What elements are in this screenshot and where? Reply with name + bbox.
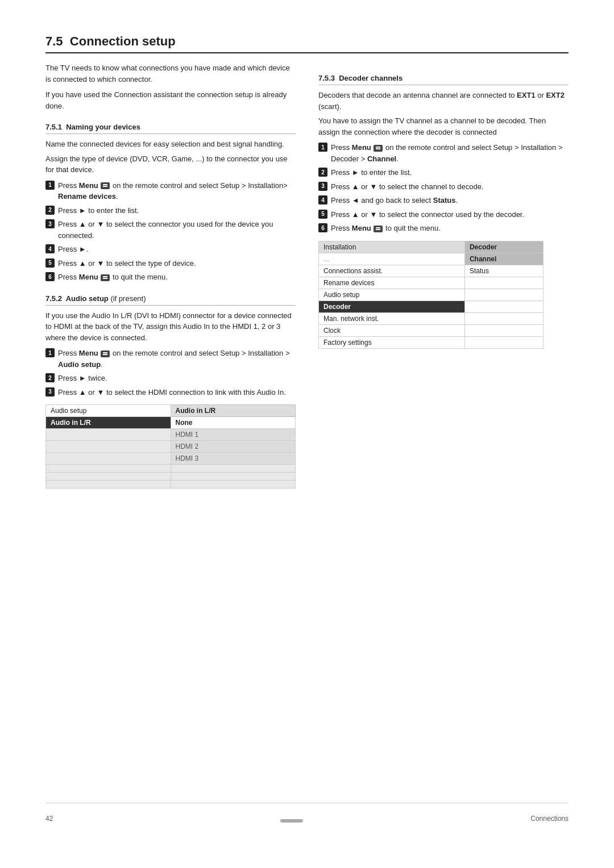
audio-row5-col1 [46, 465, 171, 473]
decoder-row2-col1: Connections assist. [319, 265, 465, 277]
page-number: 42 [45, 815, 53, 823]
page-footer: 42 Connections [45, 803, 569, 823]
step-num-753-2: 2 [318, 168, 327, 177]
right-column: 7.5.3 Decoder channels Decoders that dec… [318, 62, 569, 803]
decoder-row-1: ... Channel [319, 253, 544, 265]
subsection-751-title: 7.5.1 Naming your devices [45, 123, 296, 134]
751-steps: 1 Press Menu on the remote control and s… [45, 180, 296, 283]
audio-row3-col1 [46, 441, 171, 453]
audio-row7-col2 [171, 481, 296, 489]
step-text-753-3: Press ▲ or ▼ to select the channel to de… [331, 181, 569, 193]
step-753-2: 2 Press ► to enter the list. [318, 167, 569, 178]
decoder-row-4: Audio setup [319, 289, 544, 301]
step-text-753-1: Press Menu on the remote control and sel… [331, 142, 569, 164]
step-751-3: 3 Press ▲ or ▼ to select the connector y… [45, 219, 296, 241]
footer-bar [280, 819, 303, 823]
audio-table-row-6 [46, 473, 296, 481]
audio-col1-header: Audio setup [46, 405, 171, 417]
752-steps: 1 Press Menu on the remote control and s… [45, 348, 296, 398]
step-752-3: 3 Press ▲ or ▼ to select the HDMI connec… [45, 387, 296, 398]
step-text-751-3: Press ▲ or ▼ to select the connector you… [58, 219, 296, 241]
751-body2: Assign the type of device (DVD, VCR, Gam… [45, 153, 296, 176]
step-num-753-5: 5 [318, 210, 327, 219]
step-num-752-2: 2 [45, 373, 55, 382]
decoder-col2-header: Decoder [464, 241, 543, 253]
step-751-2: 2 Press ► to enter the list. [45, 205, 296, 216]
step-num-753-6: 6 [318, 223, 327, 232]
step-753-3: 3 Press ▲ or ▼ to select the channel to … [318, 181, 569, 193]
step-text-751-4: Press ►. [58, 244, 296, 255]
decoder-row2-col2: Status [464, 265, 543, 277]
audio-row4-col1 [46, 453, 171, 465]
step-text-753-6: Press Menu to quit the menu. [331, 223, 569, 234]
audio-table-header: Audio setup Audio in L/R [46, 405, 296, 417]
step-752-1: 1 Press Menu on the remote control and s… [45, 348, 296, 370]
decoder-header-row: Installation Decoder [319, 241, 544, 253]
step-text-753-2: Press ► to enter the list. [331, 167, 569, 178]
step-752-2: 2 Press ► twice. [45, 373, 296, 384]
751-body1: Name the connected devices for easy sele… [45, 139, 296, 150]
step-text-752-2: Press ► twice. [58, 373, 296, 384]
menu-icon-4 [374, 145, 383, 152]
audio-table-row-5 [46, 465, 296, 473]
step-num-753-4: 4 [318, 195, 327, 205]
menu-icon-3 [101, 350, 110, 357]
step-751-5: 5 Press ▲ or ▼ to select the type of dev… [45, 258, 296, 269]
step-num-6: 6 [45, 272, 55, 281]
decoder-row3-col1: Rename devices [319, 277, 465, 289]
audio-row6-col2 [171, 473, 296, 481]
step-753-4: 4 Press ◄ and go back to select Status. [318, 195, 569, 206]
decoder-row5-col1: Decoder [319, 301, 465, 312]
753-body1: Decoders that decode an antenna channel … [318, 90, 569, 112]
decoder-row5-col2 [464, 301, 543, 312]
step-751-1: 1 Press Menu on the remote control and s… [45, 180, 296, 202]
step-text-753-5: Press ▲ or ▼ to select the connector use… [331, 209, 569, 220]
step-text-751-5: Press ▲ or ▼ to select the type of devic… [58, 258, 296, 269]
audio-row1-col1: Audio in L/R [46, 417, 171, 429]
753-steps: 1 Press Menu on the remote control and s… [318, 142, 569, 234]
audio-row2-col1 [46, 429, 171, 441]
decoder-table: Installation Decoder ... Channel Connect… [318, 241, 544, 349]
decoder-row-3: Rename devices [319, 277, 544, 289]
menu-icon [101, 182, 110, 189]
subsection-752-title: 7.5.2 Audio setup (if present) [45, 294, 296, 306]
step-text-753-4: Press ◄ and go back to select Status. [331, 195, 569, 206]
subsection-753-title: 7.5.3 Decoder channels [318, 74, 569, 85]
step-num-1: 1 [45, 181, 55, 190]
step-num-752-1: 1 [45, 348, 55, 357]
decoder-row3-col2 [464, 277, 543, 289]
step-num-752-3: 3 [45, 387, 55, 397]
step-753-6: 6 Press Menu to quit the menu. [318, 223, 569, 234]
step-753-1: 1 Press Menu on the remote control and s… [318, 142, 569, 164]
step-text-751-2: Press ► to enter the list. [58, 205, 296, 216]
step-751-6: 6 Press Menu to quit the menu. [45, 272, 296, 283]
step-num-2: 2 [45, 206, 55, 215]
audio-row7-col1 [46, 481, 171, 489]
intro-text-1: The TV needs to know what connections yo… [45, 62, 296, 85]
step-text-752-1: Press Menu on the remote control and sel… [58, 348, 296, 370]
step-753-5: 5 Press ▲ or ▼ to select the connector u… [318, 209, 569, 220]
decoder-row6-col1: Man. network inst. [319, 312, 465, 324]
decoder-row7-col2 [464, 324, 543, 336]
page: 7.5 Connection setup The TV needs to kno… [0, 0, 614, 868]
decoder-row7-col1: Clock [319, 324, 465, 336]
decoder-row6-col2 [464, 312, 543, 324]
step-text-751-1: Press Menu on the remote control and sel… [58, 180, 296, 202]
decoder-col1-header: Installation [319, 241, 465, 253]
audio-row1-col2: None [171, 417, 296, 429]
step-num-3: 3 [45, 219, 55, 228]
audio-setup-table: Audio setup Audio in L/R Audio in L/R No… [45, 404, 296, 489]
decoder-row-8: Factory settings [319, 336, 544, 348]
753-body2: You have to assign the TV channel as a c… [318, 115, 569, 137]
decoder-row4-col2 [464, 289, 543, 301]
audio-table-row-3: HDMI 2 [46, 441, 296, 453]
decoder-row8-col1: Factory settings [319, 336, 465, 348]
audio-row6-col1 [46, 473, 171, 481]
step-num-753-1: 1 [318, 143, 327, 152]
decoder-row1-col2: Channel [464, 253, 543, 265]
audio-table-row-4: HDMI 3 [46, 453, 296, 465]
audio-table-row-1: Audio in L/R None [46, 417, 296, 429]
audio-row2-col2: HDMI 1 [171, 429, 296, 441]
menu-icon-5 [374, 226, 383, 232]
step-num-5: 5 [45, 258, 55, 268]
